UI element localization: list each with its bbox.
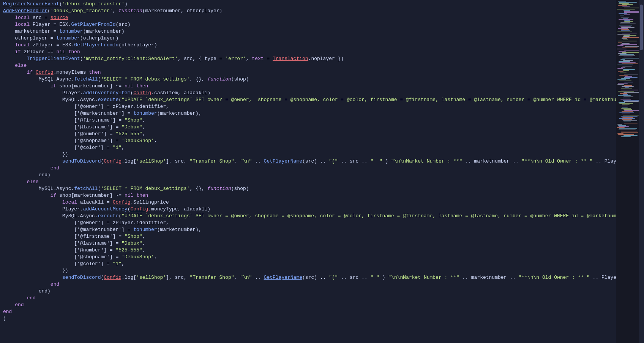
code-line-2: AddEventHandler('debux_shop_transfer', f…: [0, 8, 616, 14]
code-line-31: Player.addAccountMoney(Config.moneyType,…: [0, 206, 616, 213]
code-line-20: ['@number'] = "525-555",: [0, 131, 616, 138]
code-line-28: MySQL.Async.fetchAll('SELECT * FROM debu…: [0, 185, 616, 192]
code-line-18: ['@firstname'] = "Shop",: [0, 117, 616, 124]
code-line-32: MySQL.Async.execute("UPDATE `debux_setti…: [0, 213, 616, 220]
code-line-25: end: [0, 165, 616, 172]
code-line-10: else: [0, 62, 616, 69]
scrollbar[interactable]: [639, 0, 644, 343]
code-line-47: ): [0, 315, 616, 322]
code-line-42: end: [0, 281, 616, 288]
code-line-8: if zPlayer == nil then: [0, 49, 616, 55]
minimap: [616, 0, 639, 343]
code-line-7: local zPlayer = ESX.GetPlayerFromId(othe…: [0, 42, 616, 49]
code-line-6: otherplayer = tonumber(otherplayer): [0, 35, 616, 42]
code-line-1: RegisterServerEvent('debux_shop_transfer…: [0, 1, 616, 8]
minimap-content: [616, 0, 639, 343]
code-line-33: ['@owner'] = zPlayer.identifier,: [0, 220, 616, 226]
code-line-4: local Player = ESX.GetPlayerFromId(src): [0, 21, 616, 28]
scrollbar-thumb[interactable]: [640, 5, 643, 50]
code-line-46: end: [0, 308, 616, 315]
code-line-13: if shop[marketnumber] ~= nil then: [0, 83, 616, 90]
code-line-30: local alacakli = Config.Sellingprice: [0, 199, 616, 206]
code-line-3: local src = source: [0, 14, 616, 21]
code-line-5: marketnumber = tonumber(marketnumber): [0, 28, 616, 35]
code-line-11: if Config.moneyItems then: [0, 69, 616, 76]
code-line-45: end: [0, 302, 616, 308]
code-line-19: ['@lastname'] = "Debux",: [0, 124, 616, 131]
code-line-21: ['@shopname'] = 'DebuxShop',: [0, 138, 616, 144]
code-line-27: else: [0, 179, 616, 185]
code-line-14: Player.addInventoryItem(Config.cashItem,…: [0, 90, 616, 96]
code-line-35: ['@firstname'] = "Shop",: [0, 233, 616, 240]
code-line-44: end: [0, 295, 616, 302]
code-line-38: ['@shopname'] = 'DebuxShop',: [0, 254, 616, 261]
code-line-17: ['@marketnumber'] = tonumber(marketnumbe…: [0, 110, 616, 117]
code-line-15: MySQL.Async.execute("UPDATE `debux_setti…: [0, 96, 616, 103]
code-line-37: ['@number'] = "525-555",: [0, 247, 616, 254]
code-line-22: ['@color'] = "1",: [0, 144, 616, 151]
code-line-24: sendToDiscord(Config.log['sellShop'], sr…: [0, 158, 616, 165]
code-line-16: ['@owner'] = zPlayer.identifier,: [0, 103, 616, 110]
code-line-39: ['@color'] = "1",: [0, 261, 616, 267]
code-line-43: end): [0, 288, 616, 295]
code-line-34: ['@marketnumber'] = tonumber(marketnumbe…: [0, 226, 616, 233]
code-line-23: }): [0, 151, 616, 158]
code-line-36: ['@lastname'] = "Debux",: [0, 240, 616, 247]
code-editor[interactable]: RegisterServerEvent('debux_shop_transfer…: [0, 0, 616, 343]
code-line-41: sendToDiscord(Config.log['sellShop'], sr…: [0, 274, 616, 281]
code-line-40: }): [0, 267, 616, 274]
code-line-29: if shop[marketnumber] ~= nil then: [0, 192, 616, 199]
code-line-26: end): [0, 172, 616, 179]
code-line-12: MySQL.Async.fetchAll('SELECT * FROM debu…: [0, 76, 616, 83]
code-line-9: TriggerClientEvent('mythic_notify:client…: [0, 55, 616, 62]
